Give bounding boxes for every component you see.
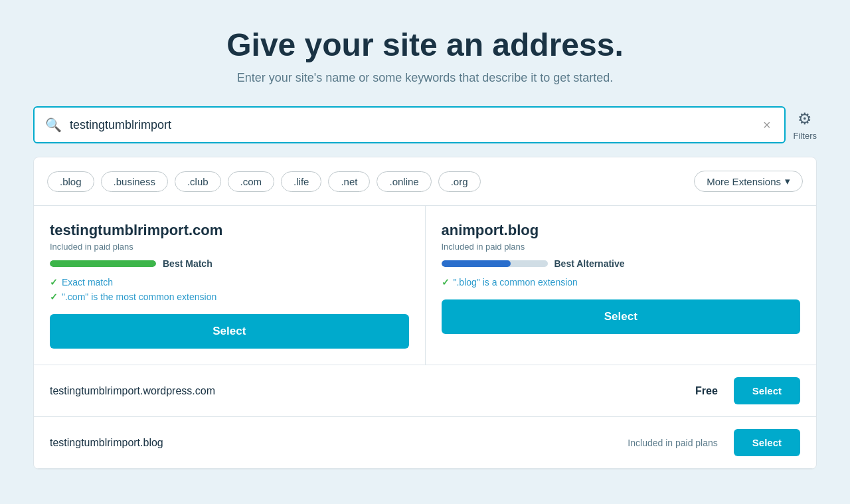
select-button-1[interactable]: Select xyxy=(442,299,801,334)
gear-icon: ⚙ xyxy=(798,110,812,128)
list-domain-0: testingtumblrimport.wordpress.com xyxy=(50,385,695,397)
check-icon-0-0: ✓ xyxy=(50,277,58,288)
ext-pill-org[interactable]: .org xyxy=(438,171,481,192)
search-row: 🔍 × ⚙ Filters xyxy=(33,106,817,143)
ext-pill-business[interactable]: .business xyxy=(101,171,168,192)
match-bar-fill-0 xyxy=(50,260,156,267)
check-icon-0-1: ✓ xyxy=(50,292,58,302)
check-text-1-0: ".blog" is a common extension xyxy=(454,277,578,288)
match-bar-track-1 xyxy=(442,260,548,267)
check-item-0-0: ✓ Exact match xyxy=(50,277,409,288)
extensions-row: .blog .business .club .com .life .net .o… xyxy=(34,157,816,206)
search-icon: 🔍 xyxy=(45,117,62,133)
more-extensions-label: More Extensions xyxy=(707,176,781,187)
result-plan-0: Included in paid plans xyxy=(50,242,409,252)
check-text-0-0: Exact match xyxy=(62,277,113,288)
close-icon[interactable]: × xyxy=(760,115,774,135)
list-plan-1: Included in paid plans xyxy=(628,438,717,448)
list-select-button-1[interactable]: Select xyxy=(734,429,800,456)
check-item-0-1: ✓ ".com" is the most common extension xyxy=(50,292,409,302)
page-subtitle: Enter your site's name or some keywords … xyxy=(237,71,614,85)
ext-pill-com[interactable]: .com xyxy=(228,171,275,192)
list-domain-1: testingtumblrimport.blog xyxy=(50,437,628,449)
check-item-1-0: ✓ ".blog" is a common extension xyxy=(442,277,801,288)
top-results: testingtumblrimport.com Included in paid… xyxy=(34,206,816,365)
filters-button[interactable]: ⚙ Filters xyxy=(794,110,817,141)
list-row-0: testingtumblrimport.wordpress.com Free S… xyxy=(34,365,816,417)
search-box: 🔍 × xyxy=(33,106,786,143)
ext-pill-net[interactable]: .net xyxy=(328,171,370,192)
ext-pill-club[interactable]: .club xyxy=(175,171,221,192)
check-icon-1-0: ✓ xyxy=(442,277,450,288)
filters-label: Filters xyxy=(794,131,817,141)
more-extensions-button[interactable]: More Extensions ▾ xyxy=(694,171,803,192)
match-bar-fill-1 xyxy=(442,260,511,267)
result-plan-1: Included in paid plans xyxy=(442,242,801,252)
select-button-0[interactable]: Select xyxy=(50,314,409,349)
result-domain-0: testingtumblrimport.com xyxy=(50,222,409,239)
search-input[interactable] xyxy=(70,118,760,132)
list-price-0: Free xyxy=(695,385,718,397)
match-bar-row-0: Best Match xyxy=(50,258,409,269)
list-row-1: testingtumblrimport.blog Included in pai… xyxy=(34,417,816,469)
match-label-0: Best Match xyxy=(163,258,212,269)
list-select-button-0[interactable]: Select xyxy=(734,377,800,404)
ext-pill-blog[interactable]: .blog xyxy=(47,171,94,192)
main-card: .blog .business .club .com .life .net .o… xyxy=(33,157,817,469)
ext-pill-online[interactable]: .online xyxy=(377,171,431,192)
ext-pill-life[interactable]: .life xyxy=(281,171,321,192)
match-bar-track-0 xyxy=(50,260,156,267)
result-card-0: testingtumblrimport.com Included in paid… xyxy=(34,206,426,365)
page-title: Give your site an address. xyxy=(226,27,624,63)
match-bar-row-1: Best Alternative xyxy=(442,258,801,269)
match-label-1: Best Alternative xyxy=(554,258,625,269)
chevron-down-icon: ▾ xyxy=(785,175,790,187)
check-text-0-1: ".com" is the most common extension xyxy=(62,292,216,302)
result-card-1: animport.blog Included in paid plans Bes… xyxy=(426,206,817,365)
result-domain-1: animport.blog xyxy=(442,222,801,239)
